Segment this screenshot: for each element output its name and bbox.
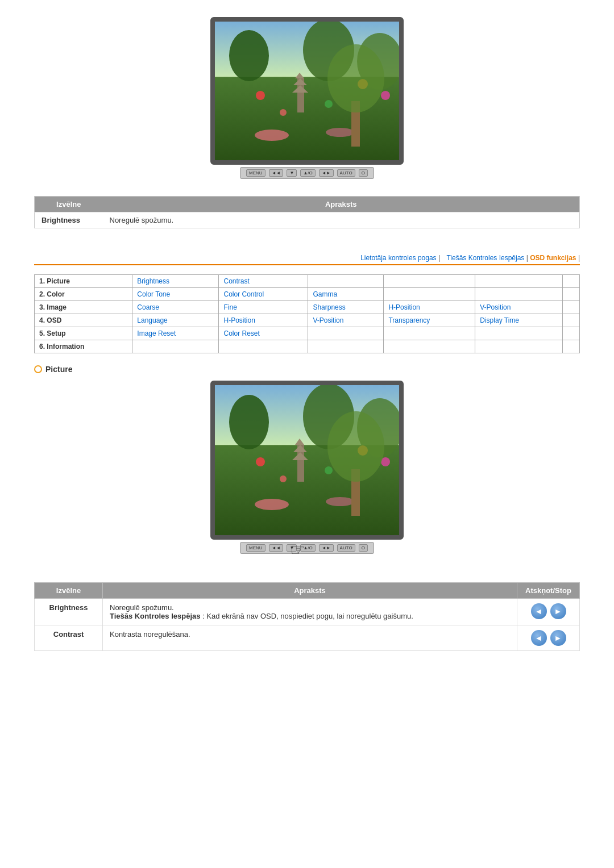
osd-h-position[interactable]: H-Position (384, 301, 475, 314)
brightness-decrease-btn[interactable]: ◄ (531, 603, 547, 619)
table2-arrows-brightness: ◄ ► (517, 599, 580, 625)
nav-active-osd: OSD funkcijas (530, 254, 576, 262)
svg-point-12 (280, 109, 287, 116)
osd-transparency[interactable]: Transparency (384, 314, 475, 327)
osd-language[interactable]: Language (132, 314, 219, 327)
osd-menu-information: 6. Information (35, 340, 132, 353)
svg-point-20 (229, 395, 269, 449)
power-btn[interactable]: O (359, 169, 368, 177)
svg-point-2 (229, 30, 269, 81)
svg-point-32 (255, 499, 289, 510)
bottom-monitor-garden (215, 385, 399, 535)
table2: Izvēlne Apraksts Atskņot/Stop Brightness… (34, 582, 580, 651)
contrast-decrease-btn[interactable]: ◄ (531, 630, 547, 646)
table-row: Brightness Noregulē spožumu. (35, 212, 580, 228)
auto-btn[interactable]: AUTO (337, 169, 355, 177)
osd-menu-table: 1. Picture Brightness Contrast 2. Color … (34, 274, 580, 353)
osd-empty14 (132, 340, 219, 353)
picture-circle-icon (34, 365, 42, 373)
osd-empty1 (308, 275, 384, 288)
table2-header-apraksts: Apraksts (103, 583, 517, 599)
osd-color-reset[interactable]: Color Reset (219, 327, 308, 340)
table1-header-izvēlne: Izvēlne (35, 197, 103, 212)
osd-gamma[interactable]: Gamma (308, 288, 384, 301)
osd-color-tone[interactable]: Color Tone (132, 288, 219, 301)
osd-empty7 (562, 288, 579, 301)
top-monitor-screen (210, 17, 404, 165)
osd-coarse[interactable]: Coarse (132, 301, 219, 314)
osd-row-information: 6. Information (35, 340, 580, 353)
bottom-power-btn[interactable]: O (359, 544, 368, 552)
osd-empty16 (308, 340, 384, 353)
osd-empty2 (384, 275, 475, 288)
osd-empty6 (475, 288, 562, 301)
contrast-increase-btn[interactable]: ► (550, 630, 566, 646)
table2-menu-contrast: Contrast (35, 625, 103, 651)
table2-arrows-contrast: ◄ ► (517, 625, 580, 651)
osd-image-reset[interactable]: Image Reset (132, 327, 219, 340)
svg-point-27 (256, 457, 265, 466)
bottom-prev-btn[interactable]: ◄◄ (269, 544, 284, 552)
brightness-desc-text1: Noregulē spožumu. (110, 603, 174, 612)
osd-h-position2[interactable]: H-Position (219, 314, 308, 327)
bottom-monitor-screen (210, 381, 404, 540)
osd-empty4 (562, 275, 579, 288)
osd-empty17 (384, 340, 475, 353)
svg-point-35 (327, 411, 384, 482)
osd-empty15 (219, 340, 308, 353)
lr-btn[interactable]: ◄► (319, 169, 334, 177)
nav-separator-3: | (578, 254, 580, 262)
osd-empty18 (475, 340, 562, 353)
top-monitor-container: MENU ◄◄ ▼ ▲/O ◄► AUTO O (34, 17, 580, 179)
prev-btn[interactable]: ◄◄ (269, 169, 284, 177)
down-btn[interactable]: ▼ (287, 169, 297, 177)
table1-header-apraksts: Apraksts (103, 197, 580, 212)
brightness-desc-text2: : Kad ekrānā nav OSD, nospiediet pogu, l… (202, 612, 413, 620)
bottom-menu-btn[interactable]: MENU (246, 544, 265, 552)
bottom-lr-btn[interactable]: ◄► (319, 544, 334, 552)
monitor-garden-image (215, 22, 399, 160)
brightness-increase-btn[interactable]: ► (550, 603, 566, 619)
osd-row-color: 2. Color Color Tone Color Control Gamma (35, 288, 580, 301)
osd-empty12 (475, 327, 562, 340)
nav-link-tiesas[interactable]: Tiešās Kontroles Iespējas (446, 254, 524, 262)
svg-point-14 (255, 130, 289, 141)
osd-menu-setup: 5. Setup (35, 327, 132, 340)
osd-row-picture: 1. Picture Brightness Contrast (35, 275, 580, 288)
up-btn[interactable]: ▲/O (300, 169, 315, 177)
table2-header-atskanot: Atskņot/Stop (517, 583, 580, 599)
bottom-auto-btn[interactable]: AUTO (337, 544, 355, 552)
brightness-desc-bold: Tiešās Kontroles Iespējas (110, 612, 200, 620)
top-monitor-buttons: MENU ◄◄ ▼ ▲/O ◄► AUTO O (240, 167, 374, 179)
brightness-arrow-buttons: ◄ ► (524, 603, 572, 619)
osd-menu-osd: 4. OSD (35, 314, 132, 327)
nav-link-lietotaja[interactable]: Lietotāja kontroles pogas (360, 254, 436, 262)
table2-row-brightness: Brightness Noregulē spožumu. Tiešās Kont… (35, 599, 580, 625)
picture-section-heading: Picture (34, 365, 580, 374)
osd-contrast[interactable]: Contrast (219, 275, 308, 288)
osd-v-position[interactable]: V-Position (475, 301, 562, 314)
osd-row-setup: 5. Setup Image Reset Color Reset (35, 327, 580, 340)
osd-sharpness[interactable]: Sharpness (308, 301, 384, 314)
cursor-hand-icon: ☞ (290, 540, 305, 560)
osd-display-time[interactable]: Display Time (475, 314, 562, 327)
table1: Izvēlne Apraksts Brightness Noregulē spo… (34, 196, 580, 228)
menu-btn[interactable]: MENU (246, 169, 265, 177)
picture-heading-label: Picture (45, 365, 72, 374)
osd-menu-image: 3. Image (35, 301, 132, 314)
table1-menu-brightness: Brightness (35, 212, 103, 228)
osd-brightness[interactable]: Brightness (132, 275, 219, 288)
osd-fine[interactable]: Fine (219, 301, 308, 314)
osd-empty9 (562, 314, 579, 327)
osd-empty8 (562, 301, 579, 314)
osd-color-control[interactable]: Color Control (219, 288, 308, 301)
bottom-monitor-buttons: MENU ◄◄ ▼ ▲/O ◄► AUTO O (240, 542, 374, 554)
osd-row-osd: 4. OSD Language H-Position V-Position Tr… (35, 314, 580, 327)
svg-point-10 (325, 100, 333, 108)
osd-v-position2[interactable]: V-Position (308, 314, 384, 327)
svg-point-33 (326, 497, 354, 506)
table1-desc-brightness: Noregulē spožumu. (103, 212, 580, 228)
osd-menu-picture: 1. Picture (35, 275, 132, 288)
table2-header-izvēlne: Izvēlne (35, 583, 103, 599)
osd-empty19 (562, 340, 579, 353)
